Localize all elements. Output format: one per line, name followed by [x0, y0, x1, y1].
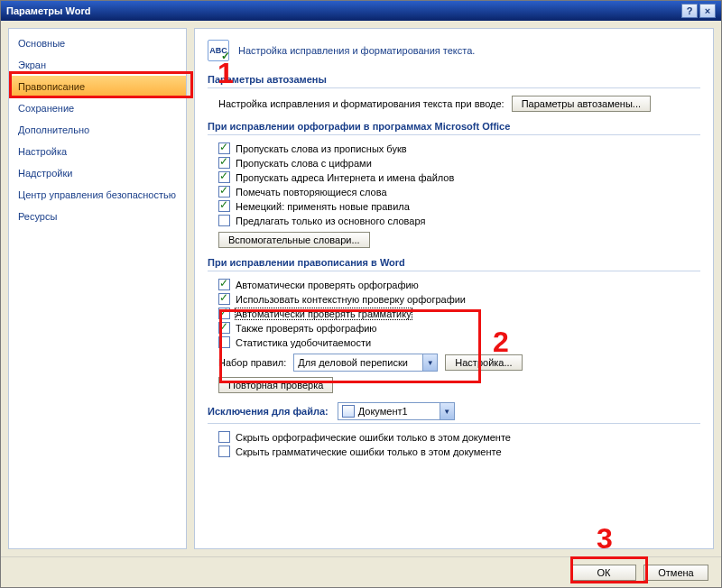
chk-skip-uppercase[interactable]	[218, 142, 230, 154]
help-button[interactable]: ?	[681, 4, 698, 18]
sidebar-item-addins[interactable]: Надстройки	[9, 162, 186, 184]
sidebar-item-general[interactable]: Основные	[9, 32, 186, 54]
chk-german-rules[interactable]	[218, 200, 230, 212]
content-panel: ABC Настройка исправления и форматирован…	[194, 28, 714, 549]
chevron-down-icon: ▼	[422, 354, 437, 371]
window-title: Параметры Word	[6, 5, 90, 16]
abc-check-icon: ABC	[208, 40, 229, 61]
section-spell-word-title: При исправлении правописания в Word	[208, 257, 700, 271]
chk-readability[interactable]	[218, 336, 230, 348]
lbl-auto-grammar: Автоматически проверять грамматику	[236, 308, 412, 319]
word-options-dialog: Параметры Word ? × Основные Экран Правоп…	[0, 0, 722, 588]
lbl-context-spell: Использовать контекстную проверку орфогр…	[236, 294, 466, 305]
lbl-skip-urls: Пропускать адреса Интернета и имена файл…	[236, 172, 454, 183]
ruleset-select[interactable]: Для деловой переписки ▼	[293, 354, 438, 372]
close-button[interactable]: ×	[699, 4, 716, 18]
lbl-german-rules: Немецкий: применять новые правила	[236, 201, 410, 212]
category-sidebar: Основные Экран Правописание Сохранение Д…	[8, 28, 187, 549]
custom-dictionaries-button[interactable]: Вспомогательные словари...	[218, 232, 370, 248]
lbl-skip-numbers: Пропускать слова с цифрами	[236, 158, 372, 169]
exceptions-file-select[interactable]: Документ1 ▼	[338, 402, 455, 420]
lbl-also-spell: Также проверять орфографию	[236, 323, 377, 334]
sidebar-item-resources[interactable]: Ресурсы	[9, 206, 186, 227]
sidebar-item-display[interactable]: Экран	[9, 54, 186, 76]
autocorrect-options-button[interactable]: Параметры автозамены...	[512, 96, 651, 112]
chk-auto-spell[interactable]	[218, 279, 230, 290]
sidebar-item-proofing[interactable]: Правописание	[9, 76, 186, 97]
dialog-footer: ОК Отмена	[1, 556, 721, 587]
exceptions-title-text: Исключения для файла:	[208, 406, 329, 417]
section-autocorrect-title: Параметры автозамены	[208, 74, 700, 88]
chk-flag-repeated[interactable]	[218, 186, 230, 198]
lbl-readability: Статистика удобочитаемости	[236, 337, 371, 348]
chk-main-dict-only[interactable]	[218, 215, 230, 226]
lbl-hide-spell-errors: Скрыть орфографические ошибки только в э…	[236, 432, 511, 443]
chk-skip-numbers[interactable]	[218, 157, 230, 169]
sidebar-item-save[interactable]: Сохранение	[9, 97, 186, 119]
lbl-auto-spell: Автоматически проверять орфографию	[236, 280, 419, 290]
page-description: Настройка исправления и форматирования т…	[238, 45, 475, 56]
chk-context-spell[interactable]	[218, 293, 230, 305]
lbl-main-dict-only: Предлагать только из основного словаря	[236, 216, 425, 226]
recheck-button[interactable]: Повторная проверка	[218, 377, 333, 393]
ok-button[interactable]: ОК	[571, 565, 636, 581]
chk-hide-spell-errors[interactable]	[218, 431, 230, 443]
chk-hide-grammar-errors[interactable]	[218, 446, 230, 457]
lbl-skip-uppercase: Пропускать слова из прописных букв	[236, 143, 407, 154]
ruleset-label: Набор правил:	[218, 357, 286, 368]
chk-skip-urls[interactable]	[218, 171, 230, 183]
chk-auto-grammar[interactable]	[218, 308, 230, 319]
chk-also-spell[interactable]	[218, 322, 230, 334]
titlebar: Параметры Word ? ×	[1, 1, 721, 21]
exceptions-file-value: Документ1	[358, 406, 408, 417]
autocorrect-desc: Настройка исправления и форматирования т…	[218, 98, 504, 109]
cancel-button[interactable]: Отмена	[643, 565, 708, 581]
sidebar-item-advanced[interactable]: Дополнительно	[9, 119, 186, 141]
section-exceptions-title: Исключения для файла: Документ1 ▼	[208, 402, 700, 424]
section-spell-office-title: При исправлении орфографии в программах …	[208, 121, 700, 135]
lbl-flag-repeated: Помечать повторяющиеся слова	[236, 187, 387, 198]
grammar-settings-button[interactable]: Настройка...	[445, 354, 522, 371]
sidebar-item-trustcenter[interactable]: Центр управления безопасностью	[9, 184, 186, 206]
lbl-hide-grammar-errors: Скрыть грамматические ошибки только в эт…	[236, 446, 502, 457]
ruleset-value: Для деловой переписки	[298, 357, 408, 368]
sidebar-item-customize[interactable]: Настройка	[9, 141, 186, 162]
chevron-down-icon: ▼	[440, 403, 454, 419]
document-icon	[342, 405, 355, 418]
